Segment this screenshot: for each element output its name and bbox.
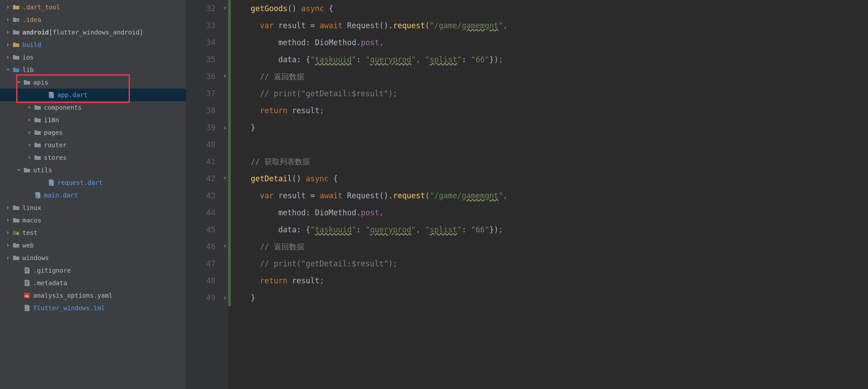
tree-item--metadata[interactable]: .metadata (0, 277, 186, 289)
svg-point-3 (49, 183, 52, 186)
chevron-right-icon[interactable] (4, 204, 12, 211)
tree-item-label: web (22, 242, 34, 249)
tree-item-label: utils (33, 167, 52, 174)
tree-item-android[interactable]: android [flutter_windows_android] (0, 26, 186, 38)
code-line[interactable]: } (242, 289, 868, 306)
chevron-right-icon[interactable] (26, 116, 33, 124)
tree-item-components[interactable]: components (0, 101, 186, 114)
tree-item-label: .gitignore (33, 267, 71, 274)
chevron-right-icon[interactable] (4, 217, 12, 224)
code-line[interactable]: getGoods() async { (242, 0, 868, 17)
fold-gutter[interactable]: ▼▼▲▼▼▲ (222, 0, 228, 389)
chevron-right-icon[interactable] (4, 229, 12, 236)
tree-item-build[interactable]: build (0, 38, 186, 51)
fold-marker-icon[interactable]: ▼ (222, 5, 228, 11)
tree-item-stores[interactable]: stores (0, 151, 186, 164)
line-number: 49 (186, 289, 216, 306)
tree-item-label: ios (22, 54, 34, 61)
code-line[interactable]: var result = await Request().request("/g… (242, 17, 868, 34)
chevron-right-icon[interactable] (4, 242, 12, 249)
code-line[interactable]: data: {"taskuuid": "queryprod", "splist"… (242, 51, 868, 68)
tree-item-label: linux (22, 204, 41, 211)
fold-marker-icon[interactable]: ▼ (222, 244, 228, 249)
chevron-right-icon[interactable] (4, 4, 12, 11)
code-line[interactable]: var result = await Request().request("/g… (242, 187, 868, 204)
line-number: 39 (186, 119, 216, 136)
chevron-down-icon[interactable] (15, 167, 22, 174)
line-number: 48 (186, 272, 216, 289)
fold-marker-icon[interactable]: ▲ (222, 295, 228, 300)
code-line[interactable]: // 获取列表数据 (242, 153, 868, 170)
code-line[interactable]: return result; (242, 272, 868, 289)
chevron-right-icon[interactable] (26, 104, 33, 111)
tree-item-windows[interactable]: windows (0, 252, 186, 264)
fold-marker-icon[interactable]: ▲ (222, 124, 228, 130)
chevron-right-icon[interactable] (26, 129, 33, 136)
tree-item-apis[interactable]: apis (0, 76, 186, 89)
svg-rect-9 (26, 309, 28, 310)
tree-item-linux[interactable]: linux (0, 201, 186, 214)
tree-item-label: main.dart (44, 192, 78, 199)
tree-item-main-dart[interactable]: main.dart (0, 189, 186, 201)
tree-item-label: .dart_tool (22, 4, 60, 11)
tree-item-label: lib (22, 66, 34, 73)
code-line[interactable]: // print("getDetail:$result"); (242, 255, 868, 272)
tree-item--dart-tool[interactable]: .dart_tool (0, 1, 186, 13)
tree-item-flutter-windows-iml[interactable]: flutter_windows.iml (0, 302, 186, 314)
code-line[interactable]: return result; (242, 102, 868, 119)
fold-marker-icon[interactable]: ▼ (222, 175, 228, 181)
chevron-right-icon[interactable] (4, 54, 12, 61)
code-line[interactable]: // print("getDetail:$result"); (242, 85, 868, 102)
tree-item-router[interactable]: router (0, 139, 186, 151)
tree-item-label: request.dart (57, 179, 103, 186)
tree-item--gitignore[interactable]: .gitignore (0, 264, 186, 277)
tree-item-ios[interactable]: ios (0, 51, 186, 64)
tree-item-analysis-options-yaml[interactable]: YMLanalysis_options.yaml (0, 289, 186, 302)
chevron-down-icon[interactable] (4, 66, 12, 73)
tree-item-web[interactable]: web (0, 239, 186, 252)
tree-item-macos[interactable]: macos (0, 214, 186, 227)
tree-item-label: stores (44, 154, 67, 161)
code-line[interactable]: method: DioMethod.post, (242, 34, 868, 51)
tree-item-label: components (44, 104, 82, 111)
tree-item-label: pages (44, 129, 63, 136)
chevron-right-icon[interactable] (26, 154, 33, 161)
tree-item-pages[interactable]: pages (0, 126, 186, 139)
svg-point-1 (17, 20, 18, 21)
tree-item--idea[interactable]: .idea (0, 13, 186, 26)
tree-item-i18n[interactable]: i18n (0, 114, 186, 126)
code-content[interactable]: getGoods() async { var result = await Re… (231, 0, 868, 389)
chevron-right-icon[interactable] (26, 141, 33, 149)
tree-item-request-dart[interactable]: request.dart (0, 176, 186, 189)
code-line[interactable]: data: {"taskuuid": "queryprod", "splist"… (242, 221, 868, 238)
code-line[interactable]: // 返回数据 (242, 238, 868, 255)
code-line[interactable] (242, 136, 868, 153)
tree-item-test[interactable]: test (0, 227, 186, 239)
code-line[interactable]: method: DioMethod.post, (242, 204, 868, 221)
code-editor[interactable]: 323334353637383940414243444546474849 ▼▼▲… (186, 0, 868, 389)
svg-rect-5 (17, 233, 19, 235)
tree-item-app-dart[interactable]: app.dart (0, 89, 186, 101)
tree-item-label: test (22, 229, 38, 236)
chevron-down-icon[interactable] (15, 79, 22, 86)
tree-item-lib[interactable]: lib (0, 64, 186, 76)
chevron-right-icon[interactable] (4, 16, 12, 23)
line-number: 37 (186, 85, 216, 102)
fold-marker-icon[interactable]: ▼ (222, 73, 228, 79)
tree-item-label: i18n (44, 116, 59, 124)
line-number: 33 (186, 17, 216, 34)
tree-item-label: flutter_windows.iml (33, 304, 105, 312)
chevron-right-icon[interactable] (4, 29, 12, 36)
tree-item-label: apis (33, 79, 48, 86)
svg-text:YML: YML (25, 295, 30, 298)
line-gutter: 323334353637383940414243444546474849 (186, 0, 222, 389)
line-number: 35 (186, 51, 216, 68)
chevron-right-icon[interactable] (4, 254, 12, 261)
chevron-right-icon[interactable] (4, 41, 12, 48)
code-line[interactable]: getDetail() async { (242, 170, 868, 187)
tree-item-utils[interactable]: utils (0, 164, 186, 176)
code-line[interactable]: } (242, 119, 868, 136)
project-tree[interactable]: .dart_tool.ideaandroid [flutter_windows_… (0, 0, 186, 389)
tree-item-label: .idea (22, 16, 41, 23)
code-line[interactable]: // 返回数据 (242, 68, 868, 85)
